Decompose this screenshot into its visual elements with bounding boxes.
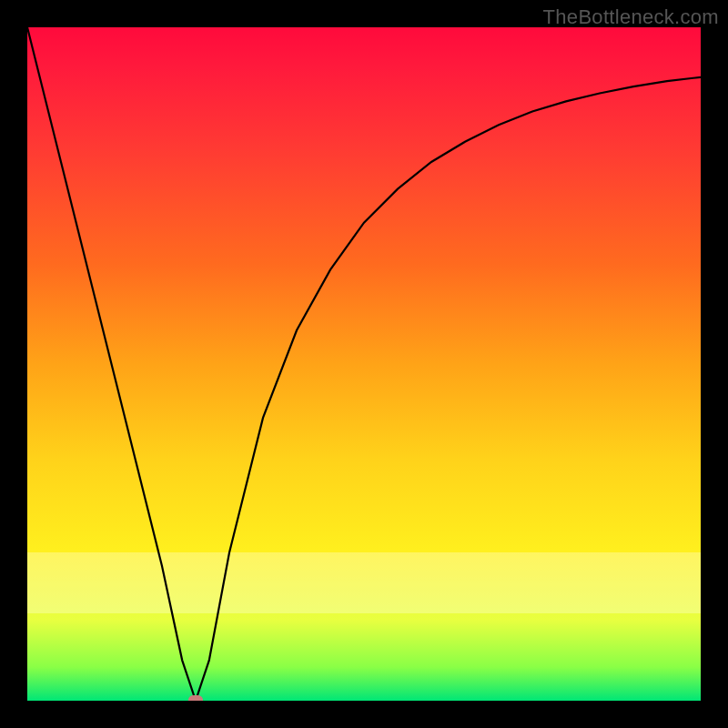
watermark-text: TheBottleneck.com — [543, 5, 719, 29]
optimum-marker — [188, 695, 203, 701]
plot-area — [27, 27, 701, 701]
bottleneck-curve — [27, 27, 701, 701]
chart-frame: TheBottleneck.com — [0, 0, 728, 728]
